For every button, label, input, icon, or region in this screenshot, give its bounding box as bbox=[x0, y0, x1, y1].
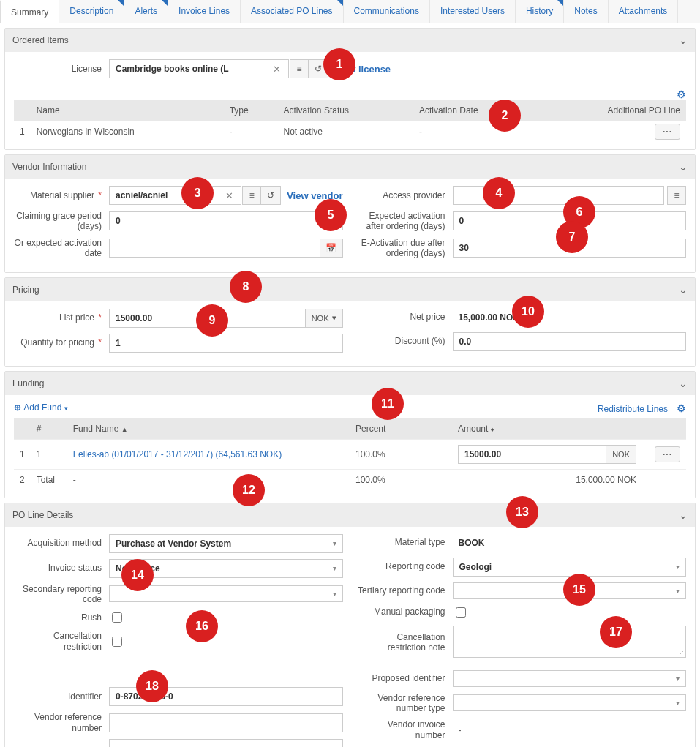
tab-summary[interactable]: Summary bbox=[0, 0, 59, 23]
rush-label: Rush bbox=[14, 612, 109, 623]
ordered-items-header[interactable]: Ordered Items⌄ bbox=[5, 29, 695, 52]
clear-icon[interactable]: ✕ bbox=[273, 64, 287, 75]
tab-communications[interactable]: Communications bbox=[344, 0, 430, 23]
identifier-label: Identifier bbox=[14, 691, 109, 702]
claiming-grace-input[interactable] bbox=[109, 211, 343, 230]
proposed-id-field: Proposed identifier▾ bbox=[358, 670, 687, 687]
discount-input[interactable] bbox=[453, 332, 687, 351]
proposed-id-select[interactable]: ▾ bbox=[453, 670, 687, 687]
pricing-title: Pricing bbox=[12, 285, 39, 295]
chevron-down-icon: ▾ bbox=[676, 563, 680, 571]
acquisition-select[interactable]: Purchase at Vendor System▾ bbox=[109, 534, 343, 553]
vendor-ref-field: Vendor reference number bbox=[14, 712, 343, 733]
vendor-invoice-label: Vendor invoice number bbox=[358, 719, 453, 740]
identifier-input[interactable] bbox=[109, 687, 343, 706]
tab-notch bbox=[337, 0, 343, 6]
gear-icon[interactable]: ⚙ bbox=[677, 402, 686, 414]
fund-link[interactable]: Felles-ab (01/01/2017 - 31/12/2017) (64,… bbox=[73, 449, 282, 459]
currency-select[interactable]: NOK▾ bbox=[306, 309, 343, 328]
col-amount[interactable]: Amount ♦ bbox=[452, 418, 642, 440]
chevron-down-icon: ⌄ bbox=[679, 34, 688, 46]
reporting-select-value: Geologi bbox=[459, 562, 492, 572]
net-price-label: Net price bbox=[358, 312, 453, 322]
plus-icon: ⊕ bbox=[14, 402, 23, 413]
col-type[interactable]: Type bbox=[224, 100, 278, 121]
expected-date-field: Or expected activation date📅 bbox=[14, 238, 343, 259]
access-provider-field: Access provider≡ bbox=[358, 186, 687, 205]
po-line-details-header[interactable]: PO Line Details⌄ bbox=[5, 503, 695, 527]
access-provider-input[interactable] bbox=[453, 186, 665, 205]
rush-field: Rush bbox=[14, 610, 343, 625]
row-actions[interactable]: ··· bbox=[655, 446, 680, 462]
chevron-down-icon: ▾ bbox=[333, 590, 336, 598]
acquisition-select-value: Purchase at Vendor System bbox=[116, 538, 231, 549]
tertiary-select[interactable]: ▾ bbox=[453, 582, 687, 599]
net-price-field: Net price15,000.00 NOK bbox=[358, 309, 687, 326]
cancel-note-textarea[interactable] bbox=[453, 626, 687, 658]
vendor-ref-type-select[interactable]: ▾ bbox=[453, 694, 687, 711]
col-additional[interactable]: Additional PO Line bbox=[538, 100, 686, 121]
add-fund-link[interactable]: ⊕ Add Fund ▾ bbox=[14, 402, 68, 414]
calendar-icon[interactable]: 📅 bbox=[320, 239, 342, 258]
material-type-value: BOOK bbox=[453, 534, 491, 552]
material-type-field: Material typeBOOK bbox=[358, 534, 687, 552]
claiming-grace-label: Claiming grace period (days) bbox=[14, 211, 109, 232]
quantity-field: Quantity for pricing * bbox=[14, 334, 343, 353]
col-name[interactable]: Name bbox=[31, 100, 224, 121]
ordered-items: Ordered Items⌄License✕≡↺View license⚙Nam… bbox=[4, 28, 696, 150]
col-num[interactable]: # bbox=[31, 418, 67, 440]
acquisition-method-label: Acquisition method bbox=[14, 538, 109, 548]
col-percent[interactable]: Percent bbox=[350, 418, 452, 440]
rush-checkbox[interactable] bbox=[112, 612, 122, 623]
list-price-input[interactable] bbox=[109, 309, 306, 328]
vendor-ref-input[interactable] bbox=[109, 713, 343, 732]
tab-history[interactable]: History bbox=[516, 0, 564, 23]
tab-alerts[interactable]: Alerts bbox=[124, 0, 168, 23]
expected-date-input[interactable] bbox=[109, 239, 320, 258]
list-icon[interactable]: ≡ bbox=[667, 186, 686, 205]
col-activation-status[interactable]: Activation Status bbox=[278, 100, 413, 121]
pricing-header[interactable]: Pricing⌄ bbox=[5, 278, 695, 301]
tab-description[interactable]: Description bbox=[59, 0, 124, 23]
expected-activation-field: Expected activation after ordering (days… bbox=[358, 211, 687, 232]
quantity-input[interactable] bbox=[109, 334, 343, 353]
clear-icon[interactable]: ✕ bbox=[225, 190, 239, 201]
tab-interested-users[interactable]: Interested Users bbox=[430, 0, 516, 23]
expected-activation-input[interactable] bbox=[453, 211, 687, 230]
cancel-restriction-checkbox[interactable] bbox=[112, 637, 122, 647]
secondary-select[interactable]: ▾ bbox=[109, 585, 343, 602]
fund-amount-input[interactable] bbox=[458, 445, 606, 464]
eactivation-input[interactable] bbox=[453, 239, 687, 258]
material-supplier-input[interactable] bbox=[109, 186, 241, 205]
funding-header[interactable]: Funding⌄ bbox=[5, 372, 695, 395]
col-activation-date[interactable]: Activation Date bbox=[413, 100, 538, 121]
license-input[interactable] bbox=[109, 59, 289, 78]
manual-packaging-checkbox[interactable] bbox=[456, 607, 466, 618]
history-icon[interactable]: ↺ bbox=[261, 186, 281, 205]
tab-notes[interactable]: Notes bbox=[564, 0, 608, 23]
cancel-restriction-label: Cancellation restriction bbox=[14, 631, 109, 652]
invoice-select[interactable]: No invoice▾ bbox=[109, 559, 343, 578]
list-icon[interactable]: ≡ bbox=[242, 186, 261, 205]
gear-icon[interactable]: ⚙ bbox=[677, 89, 686, 100]
vendor-info-header[interactable]: Vendor Information⌄ bbox=[5, 155, 695, 179]
view-license-link[interactable]: View license bbox=[334, 64, 391, 75]
list-icon[interactable]: ≡ bbox=[290, 59, 309, 78]
history-icon[interactable]: ↺ bbox=[309, 59, 328, 78]
tab-notch bbox=[162, 0, 168, 6]
view-vendor-link[interactable]: View vendor bbox=[287, 190, 342, 201]
chevron-down-icon: ▾ bbox=[676, 699, 680, 707]
vendor-info: Vendor Information⌄Material supplier *✕≡… bbox=[4, 154, 696, 273]
redistribute-link[interactable]: Redistribute Lines bbox=[598, 404, 668, 414]
reporting-select[interactable]: Geologi▾ bbox=[453, 558, 687, 577]
tab-associated-po-lines[interactable]: Associated PO Lines bbox=[241, 0, 343, 23]
vendor-info-title: Vendor Information bbox=[12, 162, 86, 172]
funding: Funding⌄⊕ Add Fund ▾Redistribute Lines⚙#… bbox=[4, 371, 696, 498]
eactivation-label: E-Activation due after ordering (days) bbox=[358, 238, 453, 259]
tab-invoice-lines[interactable]: Invoice Lines bbox=[168, 0, 241, 23]
col-fund[interactable]: Fund Name ▲ bbox=[67, 418, 350, 440]
tab-attachments[interactable]: Attachments bbox=[609, 0, 679, 23]
note-vendor-textarea[interactable] bbox=[109, 739, 343, 747]
row-actions[interactable]: ··· bbox=[655, 124, 680, 140]
chevron-down-icon: ⌄ bbox=[679, 161, 688, 173]
